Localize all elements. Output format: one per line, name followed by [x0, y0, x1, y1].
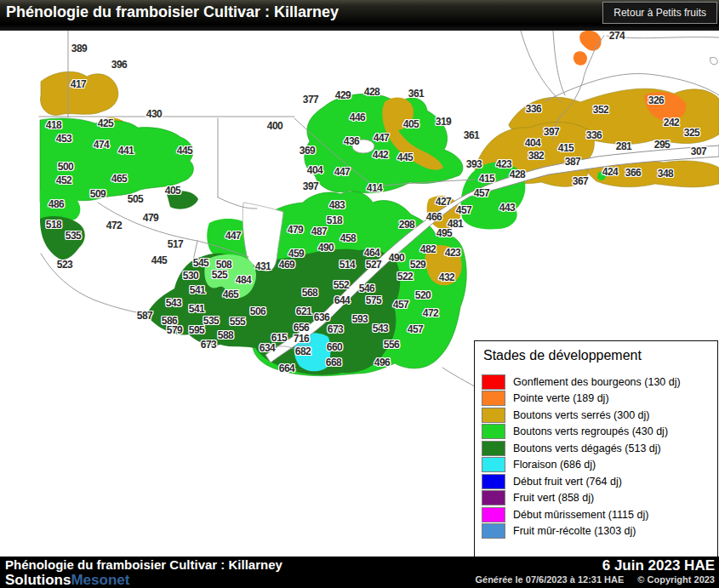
- footer-left: Phénologie du framboisier Cultivar : Kil…: [5, 557, 282, 587]
- header-bar: Phénologie du framboisier Cultivar : Kil…: [0, 0, 719, 31]
- legend-swatch: [482, 391, 505, 406]
- legend-swatch: [482, 374, 505, 390]
- legend-item-label: Boutons verts serrés (300 dj): [513, 409, 650, 421]
- page-title: Phénologie du framboisier Cultivar : Kil…: [6, 3, 339, 21]
- legend-item: Gonflement des bourgeons (130 dj): [482, 374, 710, 391]
- legend-item-label: Fruit mûr-récolte (1303 dj): [513, 525, 636, 537]
- legend-item-label: Pointe verte (189 dj): [513, 392, 609, 404]
- legend-item-label: Floraison (686 dj): [513, 459, 596, 471]
- legend-item-label: Gonflement des bourgeons (130 dj): [513, 376, 681, 388]
- legend-item: Début fruit vert (764 dj): [482, 473, 710, 490]
- footer-right: 6 Juin 2023 HAE Générée le 07/6/2023 à 1…: [475, 557, 715, 586]
- brand-solutions: Solutions: [5, 572, 71, 588]
- legend-item-label: Fruit vert (858 dj): [513, 492, 594, 504]
- legend-item-label: Boutons verts regroupés (430 dj): [513, 425, 668, 437]
- legend-swatch: [482, 507, 505, 522]
- legend-item: Fruit mûr-récolte (1303 dj): [482, 523, 710, 540]
- legend-swatch: [482, 441, 505, 456]
- legend-swatch: [482, 490, 505, 505]
- legend-item-label: Début fruit vert (764 dj): [513, 476, 622, 488]
- legend-swatch: [482, 408, 505, 423]
- legend-swatch: [482, 474, 505, 489]
- legend-title: Stades de développement: [483, 348, 710, 363]
- legend-items: Gonflement des bourgeons (130 dj)Pointe …: [482, 374, 710, 539]
- brand-logo: SolutionsMesonet: [5, 573, 282, 587]
- footer-title: Phénologie du framboisier Cultivar : Kil…: [5, 557, 282, 573]
- brand-mesonet: Mesonet: [71, 572, 129, 588]
- generated-info: Générée le 07/6/2023 à 12:31 HAE© Copyri…: [475, 574, 715, 586]
- legend-item: Floraison (686 dj): [482, 457, 710, 474]
- legend-swatch: [482, 457, 505, 472]
- legend-item: Fruit vert (858 dj): [482, 490, 710, 507]
- legend-item: Boutons verts dégagés (513 dj): [482, 440, 710, 457]
- legend-item: Début mûrissement (1115 dj): [482, 506, 710, 523]
- legend-panel: Stades de développement Gonflement des b…: [474, 340, 718, 557]
- legend-swatch: [482, 523, 505, 539]
- legend-item-label: Début mûrissement (1115 dj): [513, 509, 648, 521]
- copyright: © Copyright 2023: [637, 574, 715, 585]
- legend-item: Pointe verte (189 dj): [482, 391, 710, 408]
- back-to-petits-fruits-button[interactable]: Retour à Petits fruits: [602, 2, 717, 24]
- legend-item: Boutons verts regroupés (430 dj): [482, 424, 710, 441]
- footer-bar: Phénologie du framboisier Cultivar : Kil…: [0, 557, 719, 588]
- generated-timestamp: Générée le 07/6/2023 à 12:31 HAE: [475, 574, 624, 585]
- map-date: 6 Juin 2023 HAE: [475, 557, 715, 574]
- legend-item-label: Boutons verts dégagés (513 dj): [513, 442, 661, 454]
- legend-item: Boutons verts serrés (300 dj): [482, 407, 710, 424]
- legend-swatch: [482, 424, 505, 439]
